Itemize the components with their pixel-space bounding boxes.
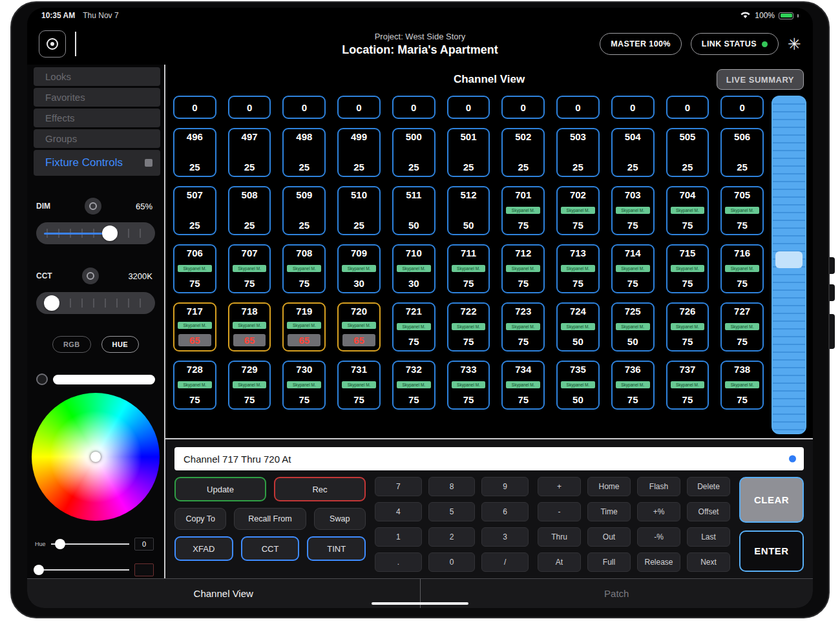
function-key-Time[interactable]: Time [587,502,631,521]
channel-cell-505[interactable]: 50525 [666,128,709,177]
sidebar-item-favorites[interactable]: Favorites [34,88,160,107]
channel-cell-732[interactable]: 732Skypanel M.75 [392,361,436,410]
channel-cell-497[interactable]: 49725 [228,128,271,177]
rgb-mode-button[interactable]: RGB [52,336,91,353]
numpad-key-9[interactable]: 9 [481,477,529,496]
tab-patch[interactable]: Patch [421,579,814,608]
channel-cell-511[interactable]: 51150 [392,186,436,235]
channel-cell-702[interactable]: 702Skypanel M.75 [556,186,600,235]
dim-slider[interactable] [36,222,155,244]
channel-cell-722[interactable]: 722Skypanel M.75 [447,302,490,352]
channel-cell-717[interactable]: 717Skypanel M.65 [173,302,216,352]
channel-cell-738[interactable]: 738Skypanel M.75 [720,361,764,410]
channel-cell-718[interactable]: 718Skypanel M.65 [228,302,271,352]
function-key--%[interactable]: -% [637,527,680,547]
channel-cell-729[interactable]: 729Skypanel M.75 [228,361,271,410]
channel-cell-720[interactable]: 720Skypanel M.65 [337,302,381,352]
white-level-bar[interactable] [53,375,155,384]
channel-cell-712[interactable]: 712Skypanel M.75 [501,244,545,293]
channel-cell-724[interactable]: 724Skypanel M.50 [556,302,600,352]
channel-cell-736[interactable]: 736Skypanel M.75 [611,361,655,410]
channel-cell-721[interactable]: 721Skypanel M.75 [392,302,436,352]
function-key-Delete[interactable]: Delete [687,477,730,496]
grid-scrollbar[interactable] [772,96,806,434]
hue-mode-button[interactable]: HUE [101,336,139,353]
channel-cell-501[interactable]: 50125 [447,128,490,177]
function-key-Home[interactable]: Home [587,477,631,496]
function-key-At[interactable]: At [538,552,581,572]
numpad-key-4[interactable]: 4 [375,502,422,521]
function-key--[interactable]: - [538,502,581,521]
function-key-Offset[interactable]: Offset [687,502,730,521]
channel-cell-504[interactable]: 50425 [611,128,655,177]
channel-cell-728[interactable]: 728Skypanel M.75 [173,361,216,410]
channel-cell-725[interactable]: 725Skypanel M.50 [611,302,655,352]
channel-cell[interactable]: 0 [228,96,271,119]
channel-cell[interactable]: 0 [720,96,764,119]
channel-cell-703[interactable]: 703Skypanel M.75 [611,186,655,235]
live-summary-button[interactable]: LIVE SUMMARY [717,69,804,90]
channel-cell-705[interactable]: 705Skypanel M.75 [720,186,764,235]
channel-cell-512[interactable]: 51250 [447,186,490,235]
channel-cell-499[interactable]: 49925 [337,128,381,177]
freeze-icon[interactable]: ✳ [788,36,801,52]
channel-cell-709[interactable]: 709Skypanel M.30 [337,244,381,293]
channel-cell[interactable]: 0 [392,96,436,119]
numpad-key-7[interactable]: 7 [375,477,422,496]
channel-cell-723[interactable]: 723Skypanel M.75 [501,302,545,352]
function-key-Thru[interactable]: Thru [538,527,581,547]
saturation-slider-thumb[interactable] [34,565,44,575]
channel-cell-733[interactable]: 733Skypanel M.75 [447,361,490,410]
channel-cell-726[interactable]: 726Skypanel M.75 [666,302,709,352]
channel-cell-498[interactable]: 49825 [282,128,326,177]
channel-cell-730[interactable]: 730Skypanel M.75 [282,361,326,410]
numpad-key-8[interactable]: 8 [428,477,476,496]
channel-cell-714[interactable]: 714Skypanel M.75 [611,244,655,293]
saturation-slider[interactable] [35,569,129,571]
channel-cell-701[interactable]: 701Skypanel M.75 [501,186,545,235]
channel-cell-710[interactable]: 710Skypanel M.30 [392,244,436,293]
dim-encoder-button[interactable] [85,198,101,215]
channel-cell-708[interactable]: 708Skypanel M.75 [282,244,326,293]
sidebar-item-fixture-controls[interactable]: Fixture Controls [34,150,160,176]
numpad-key-5[interactable]: 5 [428,502,476,521]
channel-cell[interactable]: 0 [611,96,655,119]
channel-cell-735[interactable]: 735Skypanel M.50 [556,361,600,410]
tint-button[interactable]: TINT [307,536,366,561]
numpad-key-0[interactable]: 0 [428,552,476,572]
enter-button[interactable]: ENTER [739,530,804,572]
command-line-input[interactable]: Channel 717 Thru 720 At [174,447,804,470]
channel-cell-707[interactable]: 707Skypanel M.75 [228,244,271,293]
sidebar-item-groups[interactable]: Groups [34,129,160,148]
numpad-key-/[interactable]: / [481,552,529,572]
channel-cell-502[interactable]: 50225 [501,128,545,177]
hue-slider-thumb[interactable] [55,539,65,549]
copy-to-button[interactable]: Copy To [174,508,226,530]
channel-cell-737[interactable]: 737Skypanel M.75 [666,361,709,410]
channel-cell-715[interactable]: 715Skypanel M.75 [666,244,709,293]
channel-cell[interactable]: 0 [337,96,381,119]
numpad-key-3[interactable]: 3 [481,527,529,547]
numpad-key-6[interactable]: 6 [481,502,529,521]
channel-cell-507[interactable]: 50725 [173,186,216,235]
function-key-+%[interactable]: +% [637,502,680,521]
white-level-knob[interactable] [36,373,48,385]
channel-cell-510[interactable]: 51025 [337,186,381,235]
channel-cell[interactable]: 0 [666,96,709,119]
channel-cell-734[interactable]: 734Skypanel M.75 [501,361,545,410]
master-button[interactable]: MASTER 100% [600,33,682,55]
channel-cell-716[interactable]: 716Skypanel M.75 [720,244,764,293]
function-key-Flash[interactable]: Flash [637,477,680,496]
channel-cell-509[interactable]: 50925 [282,186,326,235]
function-key-Release[interactable]: Release [637,552,680,572]
channel-cell-496[interactable]: 49625 [173,128,216,177]
channel-cell-711[interactable]: 711Skypanel M.75 [447,244,490,293]
channel-cell-727[interactable]: 727Skypanel M.75 [720,302,764,352]
tab-channel-view[interactable]: Channel View [27,579,420,608]
channel-cell[interactable]: 0 [447,96,490,119]
function-key-+[interactable]: + [538,477,581,496]
channel-cell-503[interactable]: 50325 [556,128,600,177]
channel-cell[interactable]: 0 [282,96,326,119]
update-button[interactable]: Update [174,477,266,501]
function-key-Full[interactable]: Full [587,552,631,572]
